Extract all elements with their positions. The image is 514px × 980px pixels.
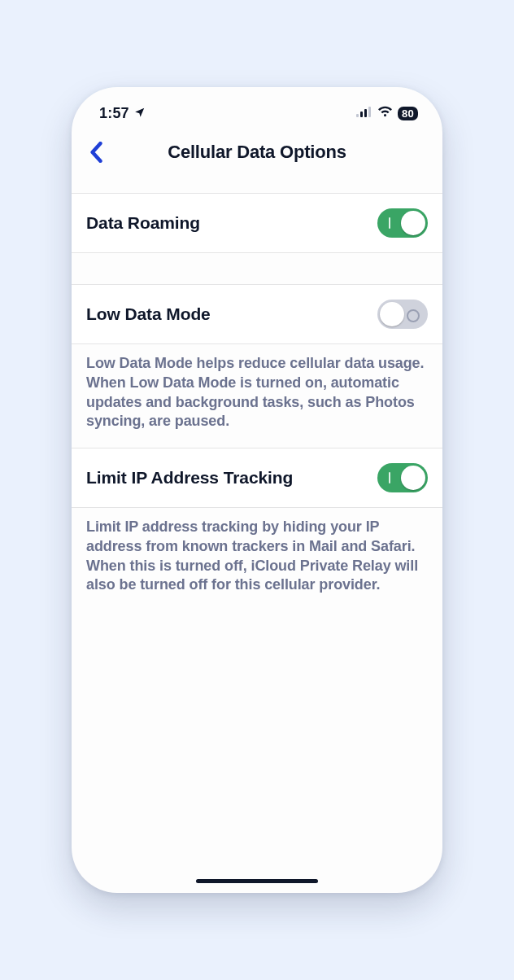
battery-badge: 80 [398, 107, 418, 120]
page-title: Cellular Data Options [168, 142, 346, 163]
svg-rect-1 [360, 112, 363, 117]
home-indicator[interactable] [196, 879, 318, 883]
phone-frame: 1:57 80 [72, 87, 442, 893]
battery-percent: 80 [402, 107, 414, 120]
limit-ip-tracking-label: Limit IP Address Tracking [86, 468, 293, 488]
status-bar: 1:57 80 [72, 87, 442, 131]
cellular-signal-icon [356, 106, 372, 120]
data-roaming-label: Data Roaming [86, 213, 200, 233]
svg-rect-0 [356, 114, 359, 117]
status-right: 80 [356, 106, 418, 120]
limit-ip-tracking-cell[interactable]: Limit IP Address Tracking [72, 448, 442, 507]
content: Data Roaming Low Data Mode Low Data Mode… [72, 173, 442, 611]
toggle-knob [380, 302, 404, 326]
nav-header: Cellular Data Options [72, 131, 442, 173]
section-gap [72, 253, 442, 284]
low-data-mode-footer: Low Data Mode helps reduce cellular data… [72, 344, 442, 448]
status-left: 1:57 [99, 105, 146, 122]
toggle-knob [401, 211, 425, 235]
limit-ip-tracking-toggle[interactable] [377, 463, 428, 492]
low-data-mode-cell[interactable]: Low Data Mode [72, 285, 442, 343]
wifi-icon [377, 106, 393, 120]
low-data-mode-toggle[interactable] [377, 300, 428, 329]
toggle-knob [401, 466, 425, 490]
low-data-mode-label: Low Data Mode [86, 304, 211, 324]
limit-ip-tracking-footer: Limit IP address tracking by hiding your… [72, 508, 442, 611]
svg-rect-3 [368, 107, 371, 117]
svg-rect-2 [364, 109, 367, 117]
data-roaming-cell[interactable]: Data Roaming [72, 194, 442, 252]
back-button[interactable] [83, 139, 109, 165]
location-icon [134, 105, 146, 122]
chevron-left-icon [89, 142, 103, 163]
status-time: 1:57 [99, 105, 129, 122]
data-roaming-toggle[interactable] [377, 208, 428, 238]
